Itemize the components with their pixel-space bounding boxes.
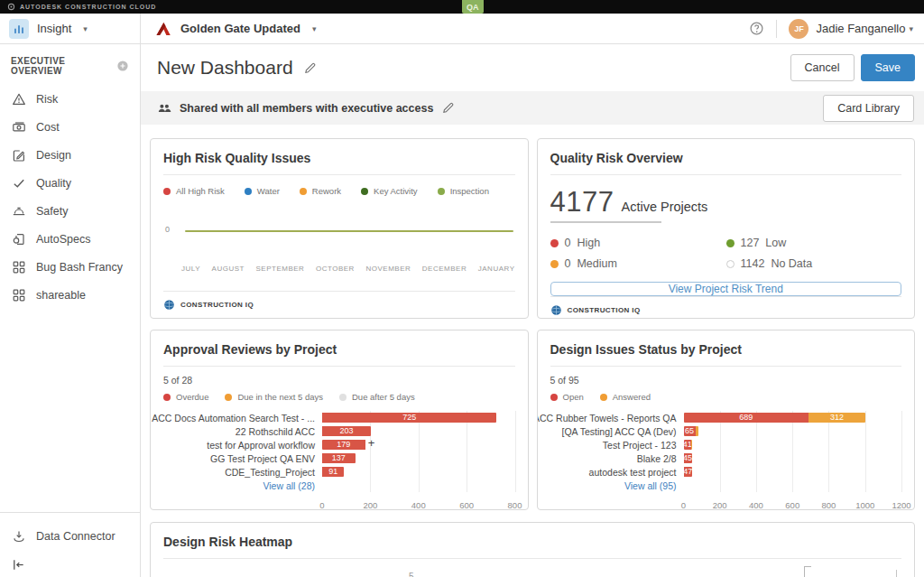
module-selector[interactable]: Insight ▾ xyxy=(0,14,141,43)
category-label: autodesk test project xyxy=(550,465,677,479)
cancel-button[interactable]: Cancel xyxy=(790,54,855,81)
bar-row: 137 xyxy=(322,451,515,465)
legend-label: Open xyxy=(563,392,584,402)
bar-segment-overdue: 137 xyxy=(322,453,356,463)
sidebar-item-quality[interactable]: Quality xyxy=(0,169,140,197)
avatar[interactable]: JF xyxy=(789,19,808,39)
sidebar-item-cost[interactable]: Cost xyxy=(0,113,140,141)
view-all-link[interactable]: View all (95) xyxy=(624,480,677,491)
category-label: test for Approval workflow xyxy=(163,438,315,451)
construction-iq-source: CONSTRUCTION IQ xyxy=(163,291,515,318)
legend-item: Due in the next 5 days xyxy=(225,392,323,402)
sidebar-item-data-connector[interactable]: Data Connector xyxy=(0,522,140,550)
approval-bar-chart: ACC Docs Automation Search Test - ...22 … xyxy=(163,411,515,492)
bar-value-label: 179 xyxy=(337,440,350,450)
edit-title-icon[interactable] xyxy=(303,61,317,75)
axis-tick-label: 400 xyxy=(411,500,426,510)
insight-icon xyxy=(9,19,29,39)
bar-row: 47 xyxy=(684,465,902,479)
chevron-down-icon[interactable]: ▾ xyxy=(909,24,913,33)
legend-item: Rework xyxy=(300,186,341,196)
collapse-sidebar-icon[interactable] xyxy=(12,558,25,572)
autodesk-logo-icon xyxy=(7,3,15,11)
brand-text: AUTODESK CONSTRUCTION CLOUD xyxy=(20,4,156,10)
download-icon xyxy=(12,529,26,544)
sidebar-item-bug-bash-francy[interactable]: Bug Bash Francy xyxy=(0,253,140,281)
bar-segment-answered xyxy=(696,426,698,436)
construction-iq-icon xyxy=(163,299,175,311)
sidebar-header: EXECUTIVE OVERVIEW xyxy=(0,44,140,85)
stat-dot xyxy=(550,239,559,247)
legend-dot xyxy=(225,394,232,401)
main: New Dashboard Cancel Save Shared with al… xyxy=(141,44,924,577)
sidebar-item-label: AutoSpecs xyxy=(36,233,90,246)
bar-value-label: 47 xyxy=(683,467,692,477)
sidebar-item-autospecs[interactable]: AutoSpecs xyxy=(0,225,140,253)
card-high-risk-quality-issues: High Risk Quality Issues All High RiskWa… xyxy=(150,138,529,319)
bar-value-label: 725 xyxy=(402,413,416,423)
sidebar-item-design[interactable]: Design xyxy=(0,141,140,169)
card-library-button[interactable]: Card Library xyxy=(823,95,914,122)
project-name: Golden Gate Updated xyxy=(180,22,300,35)
chevron-down-icon: ▾ xyxy=(312,24,317,33)
share-bar: Shared with all members with executive a… xyxy=(141,91,924,125)
active-projects-number: 4177 xyxy=(550,186,614,219)
stat-value: 0 xyxy=(565,257,571,270)
sidebar-item-label: Quality xyxy=(36,177,71,190)
month-label: JULY xyxy=(181,265,200,273)
legend-dot xyxy=(339,394,346,401)
bar-segment-overdue: 725 xyxy=(322,413,496,423)
heatmap-body: 5 xyxy=(163,559,901,577)
design-issues-bar-chart: ACC Rubber Towels - Reports QA[QA Testin… xyxy=(550,411,902,492)
add-icon[interactable] xyxy=(116,60,129,72)
bar-segment-open: 41 xyxy=(684,440,691,450)
sidebar-item-risk[interactable]: Risk xyxy=(0,85,140,113)
risk-stat-medium: 0Medium xyxy=(550,257,726,270)
share-text: Shared with all members with executive a… xyxy=(180,102,433,115)
page-title: New Dashboard xyxy=(157,57,293,79)
category-label: GG Test Project QA ENV xyxy=(163,451,315,465)
module-label: Insight xyxy=(37,22,71,35)
divider xyxy=(776,20,777,38)
save-button[interactable]: Save xyxy=(861,54,916,81)
bar-segment-overdue: 203 xyxy=(322,426,371,436)
legend-item: Overdue xyxy=(163,392,208,402)
view-project-risk-trend-button[interactable]: View Project Risk Trend xyxy=(550,282,902,296)
chart-legend: OpenAnswered xyxy=(550,392,902,402)
legend-label: Inspection xyxy=(450,186,489,196)
card-title: Approval Reviews by Project xyxy=(163,342,337,357)
axis-tick-label: 200 xyxy=(713,500,727,510)
people-icon xyxy=(157,101,171,116)
risk-stat-no-data: 1142No Data xyxy=(726,257,902,270)
legend-item: All High Risk xyxy=(163,186,225,196)
axis-tick-label: 600 xyxy=(459,500,474,510)
sidebar-item-safety[interactable]: Safety xyxy=(0,197,140,225)
y-axis-zero-label: 0 xyxy=(165,225,170,234)
stat-dot xyxy=(550,260,559,268)
construction-iq-source: CONSTRUCTION IQ xyxy=(550,296,902,319)
help-icon[interactable] xyxy=(749,21,764,36)
bar-category-labels: ACC Rubber Towels - Reports QA[QA Testin… xyxy=(550,411,677,492)
bar-value-label: 689 xyxy=(739,413,753,423)
legend-label: Key Activity xyxy=(374,186,418,196)
month-label: AUGUST xyxy=(212,265,245,273)
legend-dot xyxy=(600,394,607,401)
stat-label: No Data xyxy=(771,257,812,270)
view-all-link[interactable]: View all (28) xyxy=(263,480,315,491)
sidebar-item-label: Bug Bash Francy xyxy=(36,261,123,274)
month-label: OCTOBER xyxy=(316,265,355,273)
sidebar-item-shareable[interactable]: shareable xyxy=(0,281,140,309)
bar-row: 65 xyxy=(684,424,902,438)
card-title: High Risk Quality Issues xyxy=(163,151,310,165)
category-label: ACC Docs Automation Search Test - ... xyxy=(163,411,315,424)
category-label: ACC Rubber Towels - Reports QA xyxy=(550,411,677,424)
appbar-right: JF Jadie Fanganello ▾ xyxy=(749,14,924,43)
user-name: Jadie Fanganello xyxy=(816,22,905,35)
chart-legend: All High RiskWaterReworkKey ActivityInsp… xyxy=(163,186,515,196)
sidebar: EXECUTIVE OVERVIEW RiskCostDesignQuality… xyxy=(0,44,141,577)
sidebar-footer: Data Connector xyxy=(0,512,140,577)
stat-label: Medium xyxy=(577,257,616,270)
project-selector[interactable]: Golden Gate Updated ▾ xyxy=(141,14,316,43)
card-title: Design Issues Status by Project xyxy=(550,342,742,357)
edit-share-icon[interactable] xyxy=(441,101,455,115)
